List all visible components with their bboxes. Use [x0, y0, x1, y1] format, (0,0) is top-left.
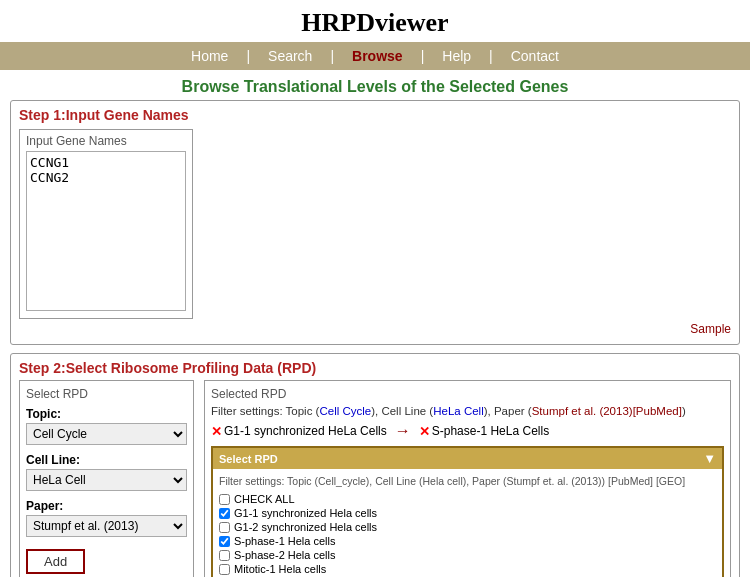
rpd-filter-text: Filter settings: Topic (Cell_cycle), Cel…	[219, 475, 685, 487]
select-rpd-panel: Select RPD Topic: Cell Cycle Cell Line: …	[19, 380, 194, 577]
step1-inner-label: Input Gene Names	[26, 134, 186, 148]
topic-filter-group: Topic: Cell Cycle	[26, 407, 187, 445]
step2-section: Step 2:Select Ribosome Profiling Data (R…	[10, 353, 740, 577]
rpd-option-1: G1-2 synchronized Hela cells	[219, 521, 716, 533]
topic-label: Topic:	[26, 407, 187, 421]
check-all-checkbox[interactable]	[219, 494, 230, 505]
check-all-label: CHECK ALL	[234, 493, 295, 505]
nav-help[interactable]: Help	[424, 48, 489, 64]
nav-bar: Home | Search | Browse | Help | Contact	[0, 42, 750, 70]
rpd-option-2: S-phase-1 Hela cells	[219, 535, 716, 547]
selected-item-1: ✕ S-phase-1 HeLa Cells	[419, 422, 549, 440]
step1-bottom: Sample	[19, 321, 731, 336]
rpd-option-4: Mitotic-1 Hela cells	[219, 563, 716, 575]
fs-topic-val: Cell Cycle	[319, 405, 371, 417]
step1-sample-link[interactable]: Sample	[690, 322, 731, 336]
fs-sep2: ), Paper (	[484, 405, 532, 417]
selected-rpd-panel: Selected RPD Filter settings: Topic (Cel…	[204, 380, 731, 577]
paper-select[interactable]: Stumpf et al. (2013)	[26, 515, 187, 537]
gene-input[interactable]: CCNG1 CCNG2	[26, 151, 186, 311]
rpd-checkbox-4[interactable]	[219, 564, 230, 575]
rpd-dropdown-header: Select RPD ▼	[213, 448, 722, 469]
rpd-checkbox-1[interactable]	[219, 522, 230, 533]
paper-label: Paper:	[26, 499, 187, 513]
remove-item-1[interactable]: ✕	[419, 424, 430, 439]
add-button[interactable]: Add	[26, 549, 85, 574]
rpd-dropdown-title: Select RPD	[219, 453, 278, 465]
rpd-option-label-1: G1-2 synchronized Hela cells	[234, 521, 377, 533]
step2-colored-label: Select Ribosome Profiling Data (RPD)	[66, 360, 316, 376]
selected-item-label-0: G1-1 synchronized HeLa Cells	[224, 424, 387, 438]
rpd-check-all: CHECK ALL	[219, 493, 716, 505]
rpd-checkbox-0[interactable]	[219, 508, 230, 519]
select-rpd-label: Select RPD	[26, 387, 187, 401]
paper-filter-group: Paper: Stumpf et al. (2013)	[26, 499, 187, 537]
rpd-option-label-2: S-phase-1 Hela cells	[234, 535, 336, 547]
selected-item-label-1: S-phase-1 HeLa Cells	[432, 424, 549, 438]
remove-item-0[interactable]: ✕	[211, 424, 222, 439]
step1-number: Step 1:	[19, 107, 66, 123]
cell-line-label: Cell Line:	[26, 453, 187, 467]
rpd-dropdown-filter: Filter settings: Topic (Cell_cycle), Cel…	[219, 475, 716, 487]
rpd-dropdown: Select RPD ▼ Filter settings: Topic (Cel…	[211, 446, 724, 577]
app-title: HRPDviewer	[301, 8, 448, 37]
nav-browse[interactable]: Browse	[334, 48, 421, 64]
step1-inner-box: Input Gene Names CCNG1 CCNG2	[19, 129, 193, 319]
nav-search[interactable]: Search	[250, 48, 330, 64]
topic-select[interactable]: Cell Cycle	[26, 423, 187, 445]
selected-items: ✕ G1-1 synchronized HeLa Cells → ✕ S-pha…	[211, 422, 724, 440]
fs-sep1: ), Cell Line (	[371, 405, 433, 417]
arrow-right: →	[395, 422, 411, 440]
fs-suffix: )	[682, 405, 686, 417]
rpd-option-label-0: G1-1 synchronized Hela cells	[234, 507, 377, 519]
selected-rpd-title: Selected RPD	[211, 387, 724, 401]
rpd-option-0: G1-1 synchronized Hela cells	[219, 507, 716, 519]
main-content: Step 1:Input Gene Names Input Gene Names…	[0, 100, 750, 577]
nav-home[interactable]: Home	[173, 48, 246, 64]
step2-inner: Select RPD Topic: Cell Cycle Cell Line: …	[19, 380, 731, 577]
selected-item-0: ✕ G1-1 synchronized HeLa Cells	[211, 422, 387, 440]
rpd-checkbox-2[interactable]	[219, 536, 230, 547]
rpd-option-label-4: Mitotic-1 Hela cells	[234, 563, 326, 575]
rpd-option-label-3: S-phase-2 Hela cells	[234, 549, 336, 561]
fs-cell-line-val: HeLa Cell	[433, 405, 484, 417]
step2-number: Step 2:	[19, 360, 66, 376]
step1-colored-label: Input Gene Names	[66, 107, 189, 123]
fs-prefix: Filter settings: Topic (	[211, 405, 319, 417]
cell-line-filter-group: Cell Line: HeLa Cell	[26, 453, 187, 491]
step2-label: Step 2:Select Ribosome Profiling Data (R…	[19, 360, 731, 376]
rpd-checkbox-3[interactable]	[219, 550, 230, 561]
rpd-option-3: S-phase-2 Hela cells	[219, 549, 716, 561]
page-heading: Browse Translational Levels of the Selec…	[0, 70, 750, 100]
rpd-dropdown-close[interactable]: ▼	[703, 451, 716, 466]
fs-pubmed[interactable]: [PubMed]	[633, 405, 682, 417]
app-header: HRPDviewer	[0, 0, 750, 42]
step1-label: Step 1:Input Gene Names	[19, 107, 731, 123]
cell-line-select[interactable]: HeLa Cell	[26, 469, 187, 491]
filter-settings-line: Filter settings: Topic (Cell Cycle), Cel…	[211, 405, 724, 417]
fs-paper-val[interactable]: Stumpf et al. (2013)	[532, 405, 633, 417]
step1-section: Step 1:Input Gene Names Input Gene Names…	[10, 100, 740, 345]
nav-contact[interactable]: Contact	[493, 48, 577, 64]
